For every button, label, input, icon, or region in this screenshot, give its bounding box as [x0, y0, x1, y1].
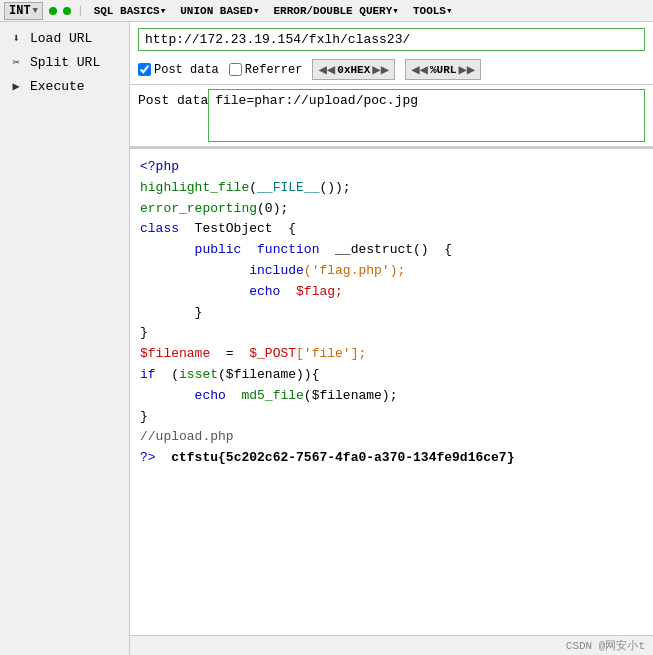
code-line: include('flag.php');: [140, 261, 643, 282]
left-arrow-1: ◀◀: [318, 61, 335, 78]
code-line: if (isset($filename)){: [140, 365, 643, 386]
split-url-label: Split URL: [30, 55, 100, 70]
code-area[interactable]: <?phphighlight_file(__FILE__());error_re…: [130, 148, 653, 635]
url-bar-container: [130, 22, 653, 55]
post-data-label: Post data: [138, 89, 208, 142]
code-line: error_reporting(0);: [140, 199, 643, 220]
percent-url-button[interactable]: ◀◀ %URL ▶▶: [405, 59, 481, 80]
sidebar-item-load-url[interactable]: ⬇ Load URL: [0, 26, 129, 50]
union-based-menu[interactable]: UNION BASED▾: [176, 3, 263, 18]
sep-1: |: [77, 5, 84, 17]
referrer-checkbox-label[interactable]: Referrer: [229, 63, 303, 77]
code-line: echo md5_file($filename);: [140, 386, 643, 407]
left-arrow-2: ◀◀: [411, 61, 428, 78]
status-dot-1: [49, 7, 57, 15]
code-line: ?> ctfstu{5c202c62-7567-4fa0-a370-134fe9…: [140, 448, 643, 469]
post-data-input[interactable]: [208, 89, 645, 142]
code-line: highlight_file(__FILE__());: [140, 178, 643, 199]
int-label: INT: [9, 4, 31, 18]
code-line: }: [140, 323, 643, 344]
post-data-area: Post data: [130, 85, 653, 148]
execute-icon: ▶: [8, 78, 24, 94]
sidebar-item-split-url[interactable]: ✂ Split URL: [0, 50, 129, 74]
url-input[interactable]: [138, 28, 645, 51]
execute-label: Execute: [30, 79, 85, 94]
code-line: class TestObject {: [140, 219, 643, 240]
right-arrow-1: ▶▶: [372, 61, 389, 78]
referrer-option-label: Referrer: [245, 63, 303, 77]
dropdown-arrow: ▼: [33, 6, 38, 16]
code-line: public function __destruct() {: [140, 240, 643, 261]
post-data-checkbox-label[interactable]: Post data: [138, 63, 219, 77]
code-line: <?php: [140, 157, 643, 178]
post-data-checkbox[interactable]: [138, 63, 151, 76]
options-bar: Post data Referrer ◀◀ 0xHEX ▶▶ ◀◀ %URL ▶…: [130, 55, 653, 85]
post-data-option-label: Post data: [154, 63, 219, 77]
code-line: $filename = $_POST['file'];: [140, 344, 643, 365]
code-line: //upload.php: [140, 427, 643, 448]
load-url-icon: ⬇: [8, 30, 24, 46]
referrer-checkbox[interactable]: [229, 63, 242, 76]
sidebar-item-execute[interactable]: ▶ Execute: [0, 74, 129, 98]
main-area: ⬇ Load URL ✂ Split URL ▶ Execute Post da…: [0, 22, 653, 655]
0xhex-button[interactable]: ◀◀ 0xHEX ▶▶: [312, 59, 395, 80]
code-line: }: [140, 407, 643, 428]
code-line: }: [140, 303, 643, 324]
content-area: Post data Referrer ◀◀ 0xHEX ▶▶ ◀◀ %URL ▶…: [130, 22, 653, 655]
sql-basics-menu[interactable]: SQL BASICS▾: [90, 3, 171, 18]
toolbar: INT ▼ | SQL BASICS▾ UNION BASED▾ ERROR/D…: [0, 0, 653, 22]
right-arrow-2: ▶▶: [458, 61, 475, 78]
footer: CSDN @网安小t: [130, 635, 653, 655]
footer-text: CSDN @网安小t: [566, 640, 645, 652]
0xhex-label: 0xHEX: [337, 64, 370, 76]
load-url-label: Load URL: [30, 31, 92, 46]
percent-url-label: %URL: [430, 64, 456, 76]
sidebar: ⬇ Load URL ✂ Split URL ▶ Execute: [0, 22, 130, 655]
int-dropdown[interactable]: INT ▼: [4, 2, 43, 20]
tools-menu[interactable]: TOOLS▾: [409, 3, 457, 18]
split-url-icon: ✂: [8, 54, 24, 70]
code-line: echo $flag;: [140, 282, 643, 303]
status-dot-2: [63, 7, 71, 15]
error-double-query-menu[interactable]: ERROR/DOUBLE QUERY▾: [270, 3, 403, 18]
